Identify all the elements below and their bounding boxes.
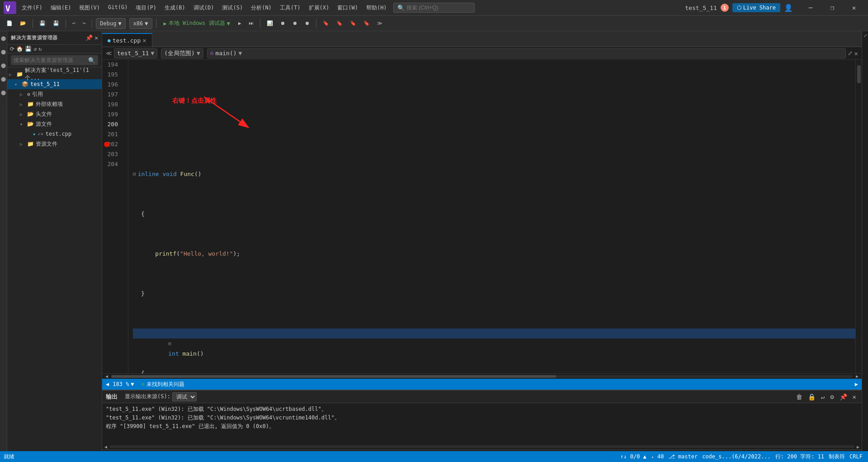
toolbar-more-btns[interactable]: ≫ <box>374 19 385 27</box>
menu-debug[interactable]: 调试(D) <box>190 2 218 14</box>
tree-item-headers[interactable]: ▷ 📂 头文件 <box>7 109 102 119</box>
breakpoint-202[interactable] <box>104 142 109 147</box>
tree-item-resources[interactable]: ▷ 📁 资源文件 <box>7 139 102 149</box>
sidebar-close-icon[interactable]: ✕ <box>94 34 98 41</box>
nav-expand-icon[interactable]: ≪ <box>106 50 112 57</box>
sidebar-pin-icon[interactable]: 📌 <box>85 34 93 41</box>
tree-item-test-cpp[interactable]: ▷ ✦ ✓+ test.cpp <box>7 129 102 139</box>
tree-item-sources[interactable]: ▾ 📂 源文件 <box>7 119 102 129</box>
sidebar-search-input[interactable] <box>14 57 88 63</box>
title-search-box[interactable]: 🔍 <box>393 3 475 13</box>
tab-close-button[interactable]: ✕ <box>142 37 146 44</box>
toolbar-save2[interactable]: 💾 <box>50 19 62 27</box>
sidebar-btn-refresh[interactable]: ↺ <box>33 46 37 52</box>
panel-h-scrollbar[interactable]: ◀ ▶ <box>102 444 862 449</box>
run-button[interactable]: ▶ 本地 Windows 调试器 ▼ <box>160 19 234 28</box>
tree-item-solution[interactable]: ▷ 📁 解决方案'test_5_11'(1个... <box>7 69 102 79</box>
fold-200[interactable]: ⊟ <box>168 341 171 347</box>
panel-close-btn[interactable]: ✕ <box>851 392 858 401</box>
right-strip-expand[interactable]: ⤢ <box>863 33 867 38</box>
debug-config-dropdown[interactable]: Debug ▼ <box>96 18 125 29</box>
live-share-button[interactable]: ⬡ Live Share <box>732 3 780 12</box>
h-scroll-right[interactable]: ▶ <box>853 374 862 379</box>
tree-item-project[interactable]: ▾ 📦 test_5_11 <box>7 79 102 89</box>
platform-dropdown[interactable]: x86 ▼ <box>129 18 152 29</box>
tree-item-ext-deps[interactable]: ▷ 📁 外部依赖项 <box>7 99 102 109</box>
left-strip-item-4[interactable]: ⬤ <box>0 72 7 86</box>
rerun-button[interactable]: ▶ <box>236 19 244 27</box>
toolbar-bookmark[interactable]: 🔖 <box>320 19 332 27</box>
status-line[interactable]: 行: 200 字符: 11 <box>774 453 826 461</box>
toolbar-bookmark3[interactable]: 🔖 <box>347 19 359 27</box>
scroll-right-arrow[interactable]: ▶ <box>855 381 858 387</box>
menu-project[interactable]: 项目(P) <box>132 2 160 14</box>
toolbar-new[interactable]: 📄 <box>4 19 15 27</box>
menu-file[interactable]: 文件(F) <box>18 2 46 14</box>
status-cursor-info[interactable]: ↑↓ 0/0 ▲ <box>618 453 648 460</box>
nav-icon-expand[interactable]: ⤢ <box>848 50 853 57</box>
status-git[interactable]: ⎇ master <box>667 453 700 460</box>
toolbar-open[interactable]: 📂 <box>17 19 29 27</box>
toolbar-more2[interactable]: ⏺ <box>290 19 300 27</box>
tree-item-refs[interactable]: ▷ ⚙ 引用 <box>7 89 102 99</box>
left-strip-item-1[interactable]: ⬤ <box>0 31 7 45</box>
minimize-button[interactable]: ─ <box>800 0 821 16</box>
toolbar-more3[interactable]: ⏺ <box>302 19 312 27</box>
left-strip-item-5[interactable]: ⬤ <box>0 86 7 99</box>
function-selector[interactable]: ⊙ main() ▼ <box>207 48 846 58</box>
user-icon[interactable]: 👤 <box>784 4 793 12</box>
vertical-scrollbar[interactable] <box>855 60 862 373</box>
panel-settings-btn[interactable]: ⚙ <box>828 392 835 401</box>
panel-pin-btn[interactable]: 📌 <box>838 392 849 401</box>
panel-clear-btn[interactable]: 🗑 <box>794 392 804 401</box>
toolbar-profile[interactable]: 📊 <box>264 19 276 27</box>
sidebar-btn-sync[interactable]: ⟳ <box>10 46 14 52</box>
panel-word-wrap-btn[interactable]: ↵ <box>819 392 826 401</box>
sidebar-btn-save[interactable]: 💾 <box>25 46 32 52</box>
menu-edit[interactable]: 编辑(E) <box>47 2 75 14</box>
zoom-dropdown[interactable]: ▼ <box>131 381 134 387</box>
menu-tools[interactable]: 工具(T) <box>276 2 304 14</box>
status-line-ending[interactable]: CRLF <box>848 453 864 460</box>
menu-help[interactable]: 帮助(H) <box>363 2 391 14</box>
menu-analyze[interactable]: 分析(N) <box>247 2 275 14</box>
panel-h-scrollbar-track[interactable] <box>109 445 854 448</box>
restore-button[interactable]: ❐ <box>822 0 843 16</box>
menu-view[interactable]: 视图(V) <box>75 2 104 14</box>
menu-build[interactable]: 生成(B) <box>161 2 189 14</box>
scroll-left-arrow[interactable]: ◀ <box>106 381 109 387</box>
menu-git[interactable]: Git(G) <box>104 2 131 14</box>
left-strip-item-2[interactable]: ⬤ <box>0 45 7 58</box>
toolbar-save-all[interactable]: 💾 <box>37 19 48 27</box>
tab-test-cpp[interactable]: ● test.cpp ✕ <box>102 33 152 47</box>
h-scroll-left[interactable]: ◀ <box>102 374 111 379</box>
panel-scroll-lock-btn[interactable]: 🔒 <box>806 392 817 401</box>
panel-h-scroll-right[interactable]: ▶ <box>854 444 862 449</box>
toolbar-more1[interactable]: ⏺ <box>278 19 288 27</box>
nav-icon-close[interactable]: ✕ <box>854 50 858 57</box>
sidebar-btn-home[interactable]: 🏠 <box>16 46 23 52</box>
notification-badge[interactable]: 1 <box>721 4 729 12</box>
toolbar-undo[interactable]: ↩ <box>70 19 78 27</box>
close-button[interactable]: ✕ <box>844 0 864 16</box>
status-live-share[interactable]: code_s...(6/4/2022... <box>700 453 773 460</box>
scrollbar-thumb[interactable] <box>857 65 861 83</box>
panel-h-scroll-left[interactable]: ◀ <box>102 444 109 449</box>
output-source-dropdown[interactable]: 调试 <box>172 392 197 401</box>
toolbar-bookmark4[interactable]: 🔖 <box>361 19 373 27</box>
toolbar-redo[interactable]: ↪ <box>80 19 89 27</box>
menu-extensions[interactable]: 扩展(X) <box>305 2 333 14</box>
scope-selector[interactable]: (全局范围) ▼ <box>161 48 203 58</box>
menu-test[interactable]: 测试(S) <box>218 2 246 14</box>
menu-window[interactable]: 窗口(W) <box>334 2 362 14</box>
toolbar-bookmark2[interactable]: 🔖 <box>334 19 345 27</box>
h-scrollbar-track[interactable] <box>111 375 853 378</box>
status-spaces[interactable]: ⬩ 40 <box>649 453 666 460</box>
left-strip-item-3[interactable]: ⬤ <box>0 58 7 72</box>
status-encoding[interactable]: 制表符 <box>827 453 847 461</box>
fold-196[interactable]: ⊟ <box>133 169 136 179</box>
project-selector[interactable]: test_5_11 ▼ <box>114 48 157 58</box>
title-search-input[interactable] <box>406 5 461 11</box>
code-content[interactable]: ⊟ inline void Func() { printf("Hello, wo… <box>128 60 855 373</box>
h-scrollbar-thumb[interactable] <box>111 375 556 378</box>
